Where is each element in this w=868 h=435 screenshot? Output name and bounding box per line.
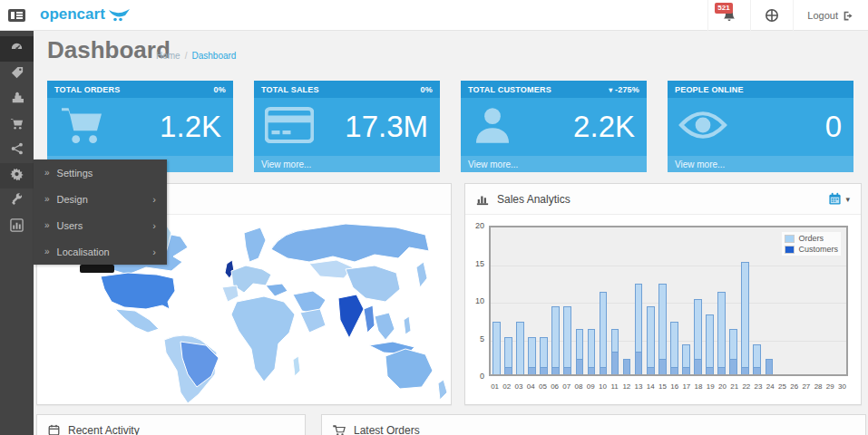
chart-slot-09 bbox=[586, 227, 598, 374]
x-axis-label: 20 bbox=[717, 382, 728, 391]
x-axis-label: 18 bbox=[692, 382, 704, 391]
logout-button[interactable]: Logout bbox=[793, 0, 868, 31]
x-axis-label: 06 bbox=[549, 382, 561, 391]
menu-toggle-icon bbox=[8, 9, 25, 22]
submenu-item-label: Localisation bbox=[57, 246, 110, 257]
tile-title: TOTAL CUSTOMERS bbox=[468, 85, 551, 94]
recent-activity-panel: Recent Activity bbox=[36, 414, 306, 435]
chart-slot-20 bbox=[716, 227, 727, 374]
chart-slot-02 bbox=[502, 227, 514, 374]
opencart-logo[interactable]: opencart bbox=[40, 5, 132, 24]
gear-icon bbox=[10, 168, 24, 185]
chart-slot-08 bbox=[573, 227, 585, 374]
date-range-button[interactable]: ▾ bbox=[828, 192, 850, 206]
submenu-tooltip-stub bbox=[80, 265, 114, 273]
tile-title: PEOPLE ONLINE bbox=[675, 85, 744, 94]
chart-slot-18 bbox=[692, 227, 704, 374]
sales-analytics-header: Sales Analytics ▾ bbox=[465, 184, 861, 215]
x-axis-label: 24 bbox=[765, 382, 776, 391]
x-axis-label: 08 bbox=[572, 382, 584, 391]
share-icon bbox=[11, 142, 24, 159]
chart-slot-17 bbox=[680, 227, 692, 374]
chart-slot-06 bbox=[550, 227, 561, 374]
menu-toggle-button[interactable] bbox=[0, 0, 34, 30]
tile-percent: ▾ -275% bbox=[609, 85, 639, 94]
x-axis-label: 22 bbox=[740, 382, 752, 391]
sidebar-item-marketing[interactable] bbox=[0, 138, 34, 163]
x-axis-label: 03 bbox=[512, 382, 524, 391]
chart-slot-23 bbox=[751, 227, 763, 374]
x-axis-label: 28 bbox=[812, 382, 824, 391]
breadcrumb: Home / Dashboard bbox=[156, 51, 236, 61]
legend-swatch bbox=[785, 246, 795, 254]
y-axis-label: 10 bbox=[465, 296, 484, 305]
submenu-item-users[interactable]: »Users› bbox=[34, 212, 167, 238]
cart-icon bbox=[10, 117, 24, 134]
sidebar-item-tools[interactable] bbox=[0, 188, 34, 214]
cart-icon bbox=[333, 424, 346, 435]
stat-tile-total-orders: TOTAL ORDERS0%1.2KView more... bbox=[47, 81, 233, 172]
chart-slot-16 bbox=[668, 227, 680, 374]
sidebar-item-dashboard[interactable] bbox=[0, 36, 34, 62]
tile-title: TOTAL ORDERS bbox=[54, 85, 120, 94]
x-axis-labels: 0102030405060708091011121314151617181920… bbox=[489, 382, 848, 391]
chart-slot-19 bbox=[704, 227, 716, 374]
x-axis-label: 10 bbox=[597, 382, 609, 391]
sales-chart-body: OrdersCustomers0510152001020304050607080… bbox=[465, 215, 861, 404]
x-axis-label: 11 bbox=[609, 382, 620, 391]
caret-down-icon: ▾ bbox=[609, 86, 615, 94]
eye-icon bbox=[678, 107, 727, 147]
tile-header: TOTAL CUSTOMERS▾ -275% bbox=[461, 81, 647, 98]
breadcrumb-home-link[interactable]: Home bbox=[156, 51, 180, 61]
caret-down-icon: ▾ bbox=[845, 195, 850, 204]
x-axis-label: 15 bbox=[657, 382, 668, 391]
x-axis-label: 29 bbox=[824, 382, 836, 391]
tile-view-more-link[interactable]: View more... bbox=[254, 156, 440, 172]
chart-slot-22 bbox=[739, 227, 751, 374]
sign-out-icon bbox=[843, 10, 854, 22]
legend-label: Orders bbox=[798, 234, 824, 243]
sidebar-item-extensions[interactable] bbox=[0, 87, 34, 112]
x-axis-label: 27 bbox=[800, 382, 812, 391]
opencart-cart-icon bbox=[108, 7, 132, 23]
submenu-item-label: Users bbox=[57, 220, 83, 231]
tile-value: 2.2K bbox=[573, 110, 635, 144]
submenu-item-settings[interactable]: »Settings bbox=[34, 160, 167, 186]
chart-legend: OrdersCustomers bbox=[782, 232, 841, 256]
x-axis-label: 19 bbox=[705, 382, 717, 391]
submenu-item-localisation[interactable]: »Localisation› bbox=[34, 238, 167, 265]
tile-view-more-link[interactable]: View more... bbox=[461, 156, 647, 172]
globe-icon bbox=[765, 8, 779, 23]
tile-body: 0 bbox=[668, 98, 853, 156]
y-axis-label: 20 bbox=[465, 221, 484, 230]
sidebar-item-catalog[interactable] bbox=[0, 62, 34, 87]
language-button[interactable] bbox=[750, 0, 793, 31]
tile-header: TOTAL ORDERS0% bbox=[47, 81, 233, 98]
bar-chart-icon bbox=[476, 193, 489, 206]
breadcrumb-current[interactable]: Dashboard bbox=[191, 51, 236, 61]
angle-double-right-icon: » bbox=[44, 194, 50, 204]
x-axis-label: 14 bbox=[645, 382, 657, 391]
chart-slot-10 bbox=[598, 227, 610, 374]
legend-swatch bbox=[785, 235, 795, 243]
chevron-right-icon: › bbox=[152, 220, 156, 231]
top-header: opencart 521 Logout bbox=[0, 0, 868, 31]
latest-orders-panel: Latest Orders bbox=[321, 414, 866, 435]
x-axis-label: 12 bbox=[620, 382, 632, 391]
tile-body: 17.3M bbox=[254, 98, 440, 156]
breadcrumb-separator: / bbox=[185, 51, 188, 61]
sidebar-item-sales[interactable] bbox=[0, 112, 34, 138]
tachometer-icon bbox=[10, 41, 24, 58]
notifications-button[interactable]: 521 bbox=[707, 0, 750, 31]
sidebar-item-system[interactable] bbox=[0, 163, 34, 188]
chart-slot-04 bbox=[526, 227, 538, 374]
logout-label: Logout bbox=[807, 10, 838, 21]
tile-view-more-link[interactable]: View more... bbox=[668, 156, 853, 172]
sidebar-item-reports[interactable] bbox=[0, 214, 34, 239]
chart-slot-13 bbox=[633, 227, 645, 374]
tile-percent: 0% bbox=[421, 85, 433, 94]
puzzle-icon bbox=[11, 92, 24, 108]
submenu-item-design[interactable]: »Design› bbox=[34, 186, 167, 212]
stat-tile-total-customers: TOTAL CUSTOMERS▾ -275%2.2KView more... bbox=[461, 81, 647, 172]
user-icon bbox=[472, 104, 513, 150]
